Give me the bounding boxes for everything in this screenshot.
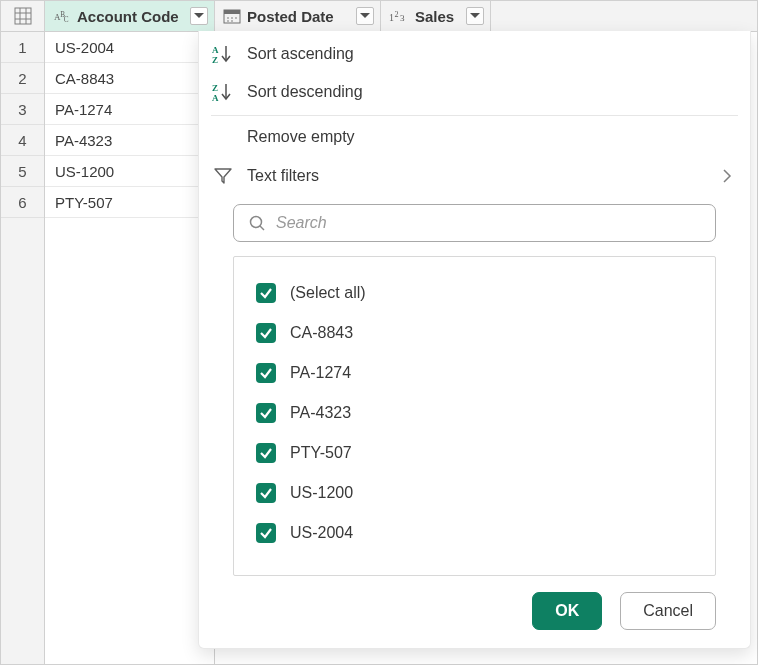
chevron-down-icon bbox=[194, 13, 204, 19]
filter-value-label: US-1200 bbox=[290, 484, 353, 502]
filter-value-label: (Select all) bbox=[290, 284, 366, 302]
date-type-icon bbox=[223, 8, 241, 24]
column-label: Sales bbox=[415, 8, 454, 25]
svg-line-25 bbox=[260, 226, 264, 230]
filter-item-select-all[interactable]: (Select all) bbox=[256, 273, 693, 313]
query-editor: A B C Account Code bbox=[0, 0, 758, 665]
check-icon bbox=[259, 526, 273, 540]
svg-text:2: 2 bbox=[394, 10, 398, 19]
menu-label: Sort ascending bbox=[247, 45, 354, 63]
check-icon bbox=[259, 446, 273, 460]
checkbox-checked[interactable] bbox=[256, 443, 276, 463]
sort-asc-icon: A Z bbox=[211, 44, 235, 64]
number-type-icon: 1 2 3 bbox=[389, 8, 409, 24]
filter-item[interactable]: US-2004 bbox=[256, 513, 693, 553]
menu-label: Remove empty bbox=[247, 128, 355, 146]
data-cell[interactable]: PTY-507 bbox=[45, 187, 214, 218]
cancel-button[interactable]: Cancel bbox=[620, 592, 716, 630]
svg-text:1: 1 bbox=[389, 12, 394, 23]
data-cell[interactable]: US-2004 bbox=[45, 32, 214, 63]
filter-value-label: PA-1274 bbox=[290, 364, 351, 382]
svg-point-10 bbox=[227, 17, 229, 19]
row-number[interactable]: 6 bbox=[1, 187, 44, 218]
filter-item[interactable]: CA-8843 bbox=[256, 313, 693, 353]
text-type-icon: A B C bbox=[53, 8, 71, 24]
row-number[interactable]: 5 bbox=[1, 156, 44, 187]
table-icon bbox=[14, 7, 32, 25]
svg-text:A: A bbox=[212, 93, 219, 102]
filter-item[interactable]: US-1200 bbox=[256, 473, 693, 513]
chevron-down-icon bbox=[470, 13, 480, 19]
data-cell[interactable]: US-1200 bbox=[45, 156, 214, 187]
menu-divider bbox=[211, 115, 738, 116]
data-column-account-code: US-2004 CA-8843 PA-1274 PA-4323 US-1200 … bbox=[45, 32, 215, 664]
svg-point-12 bbox=[235, 17, 237, 19]
svg-point-13 bbox=[227, 20, 229, 22]
search-icon bbox=[248, 214, 266, 232]
check-icon bbox=[259, 366, 273, 380]
svg-text:Z: Z bbox=[212, 55, 218, 64]
filter-value-label: PA-4323 bbox=[290, 404, 351, 422]
chevron-right-icon bbox=[722, 168, 732, 184]
row-number[interactable]: 2 bbox=[1, 63, 44, 94]
row-number[interactable]: 3 bbox=[1, 94, 44, 125]
remove-empty-item[interactable]: Remove empty bbox=[199, 118, 750, 156]
filter-item[interactable]: PA-1274 bbox=[256, 353, 693, 393]
svg-point-14 bbox=[231, 20, 233, 22]
search-input-wrapper[interactable] bbox=[233, 204, 716, 242]
svg-rect-0 bbox=[15, 8, 31, 24]
svg-rect-9 bbox=[224, 10, 240, 14]
data-cell[interactable]: PA-1274 bbox=[45, 94, 214, 125]
checkbox-checked[interactable] bbox=[256, 323, 276, 343]
svg-point-11 bbox=[231, 17, 233, 19]
filter-value-label: PTY-507 bbox=[290, 444, 352, 462]
dialog-button-row: OK Cancel bbox=[199, 592, 750, 630]
filter-value-label: US-2004 bbox=[290, 524, 353, 542]
filter-values-list: (Select all) CA-8843 PA-1274 PA-4323 bbox=[233, 256, 716, 576]
column-header-row: A B C Account Code bbox=[1, 1, 757, 32]
column-header-sales[interactable]: 1 2 3 Sales bbox=[381, 1, 491, 31]
text-filters-item[interactable]: Text filters bbox=[199, 156, 750, 196]
column-label: Posted Date bbox=[247, 8, 334, 25]
svg-text:A: A bbox=[212, 45, 219, 55]
sort-descending-item[interactable]: Z A Sort descending bbox=[199, 73, 750, 111]
menu-label: Sort descending bbox=[247, 83, 363, 101]
column-label: Account Code bbox=[77, 8, 179, 25]
svg-point-24 bbox=[251, 217, 262, 228]
table-corner[interactable] bbox=[1, 1, 45, 31]
checkbox-checked[interactable] bbox=[256, 403, 276, 423]
checkbox-checked[interactable] bbox=[256, 483, 276, 503]
check-icon bbox=[259, 406, 273, 420]
filter-dropdown-button[interactable] bbox=[190, 7, 208, 25]
sort-ascending-item[interactable]: A Z Sort ascending bbox=[199, 35, 750, 73]
checkbox-checked[interactable] bbox=[256, 363, 276, 383]
checkbox-checked[interactable] bbox=[256, 283, 276, 303]
check-icon bbox=[259, 486, 273, 500]
data-cell[interactable]: CA-8843 bbox=[45, 63, 214, 94]
menu-label: Text filters bbox=[247, 167, 319, 185]
filter-dropdown-button[interactable] bbox=[466, 7, 484, 25]
column-header-posted-date[interactable]: Posted Date bbox=[215, 1, 381, 31]
svg-text:C: C bbox=[64, 16, 69, 24]
svg-text:3: 3 bbox=[400, 13, 405, 23]
row-number[interactable]: 4 bbox=[1, 125, 44, 156]
filter-dropdown-panel: A Z Sort ascending Z A bbox=[198, 31, 751, 649]
filter-item[interactable]: PA-4323 bbox=[256, 393, 693, 433]
row-number-gutter: 1 2 3 4 5 6 bbox=[1, 32, 45, 664]
checkbox-checked[interactable] bbox=[256, 523, 276, 543]
filter-dropdown-button[interactable] bbox=[356, 7, 374, 25]
chevron-down-icon bbox=[360, 13, 370, 19]
search-input[interactable] bbox=[276, 214, 701, 232]
sort-desc-icon: Z A bbox=[211, 82, 235, 102]
svg-text:Z: Z bbox=[212, 83, 218, 93]
data-cell[interactable]: PA-4323 bbox=[45, 125, 214, 156]
filter-item[interactable]: PTY-507 bbox=[256, 433, 693, 473]
filter-value-label: CA-8843 bbox=[290, 324, 353, 342]
column-header-account-code[interactable]: A B C Account Code bbox=[45, 1, 215, 31]
check-icon bbox=[259, 326, 273, 340]
row-number[interactable]: 1 bbox=[1, 32, 44, 63]
check-icon bbox=[259, 286, 273, 300]
funnel-icon bbox=[211, 166, 235, 186]
ok-button[interactable]: OK bbox=[532, 592, 602, 630]
